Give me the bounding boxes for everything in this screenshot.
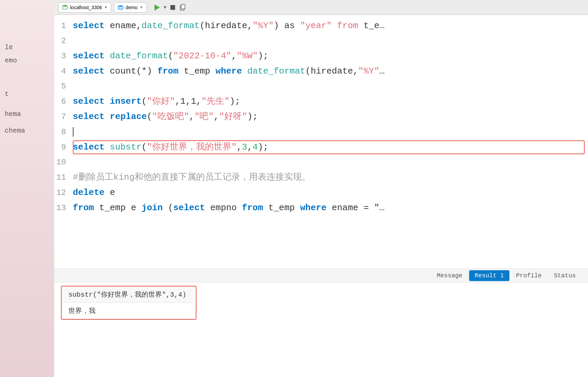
line-num-1: 1 <box>54 19 73 34</box>
sidebar-label-chema: chema <box>5 127 25 135</box>
play-icon <box>154 4 160 11</box>
line-num-6: 6 <box>54 94 73 109</box>
line-content-7: select replace("吃饭吧","吧","好呀"); <box>73 109 588 124</box>
db-connection-icon <box>62 4 68 11</box>
sidebar-item-le[interactable]: le <box>3 41 51 54</box>
code-line-3: 3 select date_format("2022-10-4","%W"); <box>54 48 588 64</box>
result-row: 世界，我 <box>62 303 193 319</box>
code-lines: 1 select ename,date_format(hiredate,"%Y"… <box>54 15 588 219</box>
result-col-value: 世界，我 <box>62 303 193 319</box>
code-line-1: 1 select ename,date_format(hiredate,"%Y"… <box>54 18 588 34</box>
code-line-2: 2 <box>54 34 588 48</box>
svg-rect-4 <box>181 4 185 9</box>
database-label: demo <box>126 5 138 10</box>
main-content: localhost_3306 ▼ demo ▼ ▼ <box>54 0 588 377</box>
sidebar-label-hema: hema <box>5 110 21 118</box>
tab-profile[interactable]: Profile <box>511 270 547 281</box>
stop-button[interactable] <box>168 2 178 13</box>
code-line-11: 11 #删除员工king和他的直接下属的员工记录，用表连接实现。 <box>54 170 588 185</box>
tab-status[interactable]: Status <box>548 270 581 281</box>
line-content-9: select substr("你好世界，我的世界",3,4); <box>73 140 588 155</box>
connection-label: localhost_3306 <box>70 5 102 10</box>
database-selector[interactable]: demo ▼ <box>114 2 147 13</box>
bottom-panel: Message Result 1 Profile Status substr(" <box>54 269 588 377</box>
sidebar-label-le: le <box>5 43 13 51</box>
line-num-9: 9 <box>54 140 73 155</box>
run-button[interactable] <box>152 2 162 13</box>
line-content-8 <box>73 124 588 139</box>
db-database-icon <box>118 4 124 11</box>
sidebar-item-emo[interactable]: emo <box>3 54 51 67</box>
line-num-12: 12 <box>54 185 73 200</box>
connection-selector[interactable]: localhost_3306 ▼ <box>58 2 111 13</box>
line-num-8: 8 <box>54 125 73 140</box>
code-editor[interactable]: 1 select ename,date_format(hiredate,"%Y"… <box>54 15 588 269</box>
copy-button[interactable] <box>178 3 187 12</box>
line-num-7: 7 <box>54 110 73 124</box>
code-line-12: 12 delete e <box>54 185 588 200</box>
result-highlight-border: substr("你好世界，我的世界",3,4) 世界，我 <box>61 286 196 320</box>
line-num-10: 10 <box>54 155 73 170</box>
line-content-6: select insert("你好",1,1,"先生"); <box>73 94 588 109</box>
code-line-10: 10 <box>54 155 588 170</box>
connection-chevron-icon: ▼ <box>104 5 107 9</box>
sidebar-item-chema[interactable]: chema <box>3 124 51 137</box>
copy-icon <box>179 3 186 11</box>
sidebar: le emo t hema chema <box>0 0 54 377</box>
result-col-header: substr("你好世界，我的世界",3,4) <box>62 286 193 303</box>
line-content-1: select ename,date_format(hiredate,"%Y") … <box>73 18 588 33</box>
text-cursor <box>73 127 74 137</box>
code-line-7: 7 select replace("吃饭吧","吧","好呀"); <box>54 109 588 124</box>
tab-result1[interactable]: Result 1 <box>469 270 509 281</box>
toolbar: localhost_3306 ▼ demo ▼ ▼ <box>54 0 588 15</box>
line-num-5: 5 <box>54 79 73 94</box>
line-content-12: delete e <box>73 185 588 200</box>
line-content-13: from t_emp e join (select empno from t_e… <box>73 200 588 215</box>
result-tabs: Message Result 1 Profile Status <box>54 269 588 282</box>
svg-point-1 <box>63 5 67 6</box>
line-content-3: select date_format("2022-10-4","%W"); <box>73 48 588 63</box>
run-controls: ▼ <box>152 2 187 13</box>
code-line-13: 13 from t_emp e join (select empno from … <box>54 200 588 216</box>
run-dropdown-arrow[interactable]: ▼ <box>164 5 166 10</box>
code-line-6: 6 select insert("你好",1,1,"先生"); <box>54 94 588 109</box>
line-num-4: 4 <box>54 64 73 79</box>
sidebar-label-t: t <box>5 90 9 98</box>
line-num-13: 13 <box>54 201 73 216</box>
sidebar-item-t[interactable]: t <box>3 87 51 101</box>
code-line-4: 4 select count(*) from t_emp where date_… <box>54 64 588 79</box>
line-num-11: 11 <box>54 170 73 185</box>
line-num-3: 3 <box>54 49 73 64</box>
sidebar-label-emo: emo <box>5 57 17 64</box>
result-table: substr("你好世界，我的世界",3,4) 世界，我 <box>62 286 193 319</box>
sidebar-item-hema[interactable]: hema <box>3 107 51 121</box>
line-content-11: #删除员工king和他的直接下属的员工记录，用表连接实现。 <box>73 170 588 185</box>
line-content-4: select count(*) from t_emp where date_fo… <box>73 64 588 79</box>
code-line-9: 9 select substr("你好世界，我的世界",3,4); <box>54 140 588 155</box>
code-line-8: 8 <box>54 124 588 140</box>
svg-point-2 <box>118 5 123 7</box>
stop-icon <box>170 5 175 10</box>
line-num-2: 2 <box>54 34 73 48</box>
result-table-wrapper: substr("你好世界，我的世界",3,4) 世界，我 <box>54 282 588 325</box>
result-area: substr("你好世界，我的世界",3,4) 世界，我 <box>54 282 588 377</box>
code-line-5: 5 <box>54 79 588 94</box>
database-chevron-icon: ▼ <box>140 5 143 9</box>
tab-message[interactable]: Message <box>432 270 468 281</box>
